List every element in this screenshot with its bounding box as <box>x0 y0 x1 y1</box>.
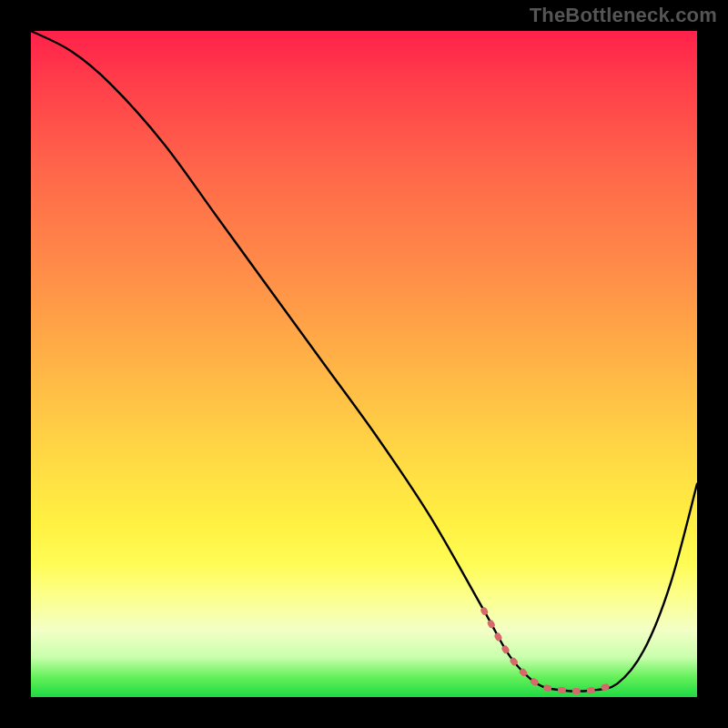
watermark-text: TheBottleneck.com <box>530 4 717 27</box>
chart-frame: TheBottleneck.com <box>0 0 728 728</box>
curve-overlay <box>31 31 697 697</box>
plot-area <box>31 31 697 697</box>
bottleneck-curve <box>31 31 697 692</box>
flat-bottom-markers <box>484 611 617 692</box>
